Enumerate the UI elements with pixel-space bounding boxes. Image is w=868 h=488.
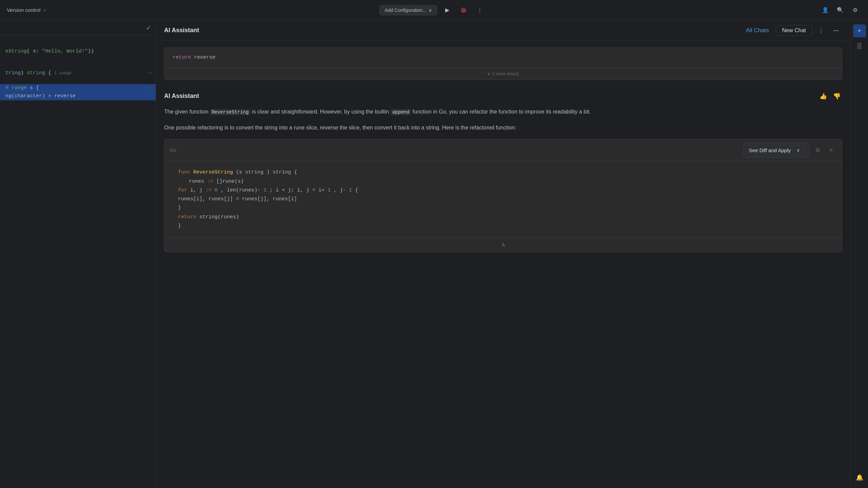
assign-op: := <box>207 179 213 184</box>
code-line-swap: runes[i], runes[j] = runes[j], runes[i] <box>173 195 834 204</box>
code-line-for: for i, j := 0 , len(runes)- 1 ; i < j; i… <box>173 186 834 195</box>
more-options-icon[interactable]: ⋮ <box>474 4 486 16</box>
for-cond: ; i < j; i, j = i+ <box>270 187 324 193</box>
return-val: string(runes) <box>199 214 239 220</box>
config-chevron-icon: ∨ <box>429 7 432 13</box>
thumbs-up-icon[interactable]: 👍 <box>818 91 829 102</box>
for-dec1: 1 <box>349 187 352 193</box>
add-configuration-button[interactable]: Add Configuration... ∨ <box>379 5 437 15</box>
code-content: eString( s: "Hello, World!")) tring) str… <box>0 35 156 106</box>
new-chat-button[interactable]: New Chat <box>776 25 812 36</box>
version-control-label: Version control <box>7 7 40 13</box>
database-sidebar-icon[interactable]: 🗄 <box>853 40 866 53</box>
runes-val: []rune(s) <box>216 179 244 184</box>
append-code-inline: append <box>391 109 411 115</box>
func-return-type: string <box>273 169 291 175</box>
code-text: string <box>27 70 45 76</box>
settings-icon[interactable]: ⚙ <box>849 4 861 16</box>
version-control-chevron[interactable]: ∨ <box>43 8 46 13</box>
for-brace: { <box>355 187 358 193</box>
main-area: ✓ eString( s: "Hello, World!")) tring) s… <box>0 20 868 488</box>
debug-icon[interactable]: 🐞 <box>457 4 470 16</box>
func-return: ) <box>267 169 273 175</box>
code-line-3: = range s { <box>0 84 156 92</box>
func-name: ReverseString <box>193 169 233 175</box>
usage-text: 1 usage <box>54 71 71 76</box>
for-zero: 0 <box>215 187 218 193</box>
ai-more-options-icon[interactable]: ⋮ <box>815 24 827 37</box>
topbar-right: 👤 🔍 ⚙ <box>819 4 861 16</box>
ai-header-right: All Chats New Chat ⋮ — <box>742 24 842 37</box>
code-text: tring <box>5 70 21 76</box>
close-for-brace: } <box>178 205 181 211</box>
code-panel: ✓ eString( s: "Hello, World!")) tring) s… <box>0 20 156 488</box>
ai-response-section: AI Assistant 👍 👎 The given function Reve… <box>164 91 842 252</box>
swap-code: runes[i], runes[j] = runes[j], runes[i] <box>178 196 297 202</box>
return-kw: return <box>178 214 196 220</box>
more-lines-label: ∨ 1 more line(s) <box>487 71 519 76</box>
refactored-code-block: Go See Diff and Apply ∨ ⧉ ≡ func <box>164 139 842 252</box>
copy-code-icon[interactable]: ⧉ <box>812 145 823 156</box>
code-text: ( s: <box>27 48 42 54</box>
for-vars: i, j <box>190 187 205 193</box>
see-diff-chevron-icon[interactable]: ∨ <box>793 145 804 155</box>
func-param-type: string <box>245 169 263 175</box>
scroll-up-indicator[interactable]: ∧ <box>164 237 842 252</box>
code-text: )) <box>88 48 94 54</box>
func-kw: func <box>178 169 190 175</box>
format-code-icon[interactable]: ≡ <box>826 145 836 156</box>
profile-icon[interactable]: 👤 <box>819 4 831 16</box>
topbar-left: Version control ∨ <box>7 7 46 13</box>
feedback-icons: 👍 👎 <box>818 91 842 102</box>
topbar-center: Add Configuration... ∨ ▶ 🐞 ⋮ <box>379 4 486 16</box>
ai-minimize-icon[interactable]: — <box>830 24 842 37</box>
code-block-body: func ReverseString (s string ) string { … <box>164 161 842 237</box>
see-diff-and-apply-button[interactable]: See Diff and Apply ∨ <box>743 143 809 158</box>
code-text: s { <box>27 85 39 91</box>
code-text: = <box>5 85 12 91</box>
for-one: 1 <box>263 187 267 193</box>
code-line-return: return string(runes) <box>173 213 834 222</box>
for-comma: , len(runes)- <box>221 187 260 193</box>
code-return-kw: return <box>173 55 191 60</box>
for-comma2: , j- <box>334 187 346 193</box>
runes-var: runes <box>189 179 207 184</box>
for-kw: for <box>178 187 187 193</box>
ai-panel-title: AI Assistant <box>164 27 199 34</box>
thumbs-down-icon[interactable]: 👎 <box>831 91 842 102</box>
code-block-top: return reverse ∨ 1 more line(s) <box>164 47 842 80</box>
ai-response-title: AI Assistant <box>164 93 199 100</box>
code-return-val: reverse <box>194 55 215 60</box>
reverse-string-code-inline: ReverseString <box>210 109 250 115</box>
ai-paragraph-1: The given function ReverseString is clea… <box>164 107 842 117</box>
code-toolbar: Go See Diff and Apply ∨ ⧉ ≡ <box>164 139 842 161</box>
ai-panel-header: AI Assistant All Chats New Chat ⋮ — <box>156 20 850 41</box>
ai-response-header: AI Assistant 👍 👎 <box>164 91 842 102</box>
checkmark-icon: ✓ <box>146 24 152 32</box>
search-icon[interactable]: 🔍 <box>834 4 846 16</box>
code-block-inner: return reverse <box>164 48 842 67</box>
all-chats-button[interactable]: All Chats <box>742 25 773 36</box>
topbar: Version control ∨ Add Configuration... ∨… <box>0 0 868 20</box>
ai-panel: AI Assistant All Chats New Chat ⋮ — retu… <box>156 20 850 488</box>
ai-paragraph-2: One possible refactoring is to convert t… <box>164 123 842 132</box>
run-button[interactable]: ▶ <box>441 4 453 16</box>
code-text: { <box>45 70 54 76</box>
code-line-runes: runes := []rune(s) <box>173 177 834 186</box>
code-text: "Hello, World!" <box>42 48 88 54</box>
config-label: Add Configuration... <box>384 7 427 13</box>
close-func-brace: } <box>178 223 181 229</box>
more-lines-toggle[interactable]: ∨ 1 more line(s) <box>164 67 842 80</box>
ai-content: return reverse ∨ 1 more line(s) AI Assis… <box>156 41 850 488</box>
ai-assistant-sidebar-icon[interactable]: ✦ <box>853 24 866 37</box>
code-line-2: tring) string { 1 usage <box>0 69 156 77</box>
code-line-close-for: } <box>173 204 834 212</box>
code-line-func: func ReverseString (s string ) string { <box>173 168 834 177</box>
code-line-4: ng(character) + reverse <box>0 92 156 100</box>
code-text: ) <box>21 70 27 76</box>
notification-sidebar-icon[interactable]: 🔔 <box>853 471 866 484</box>
code-text: range <box>12 85 27 91</box>
for-inc1: 1 <box>328 187 331 193</box>
code-actions: See Diff and Apply ∨ ⧉ ≡ <box>743 143 836 158</box>
code-panel-header: ✓ <box>0 20 156 35</box>
